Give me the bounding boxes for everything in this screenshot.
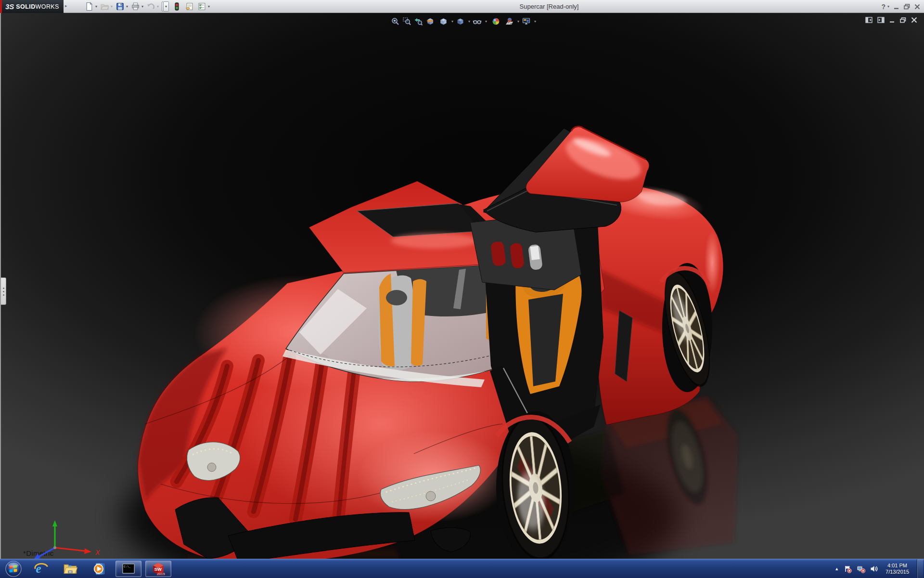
- document-window-controls: [865, 17, 917, 23]
- doc-close-icon[interactable]: [911, 17, 917, 23]
- view-settings-button[interactable]: [522, 17, 531, 26]
- reference-triad[interactable]: X: [29, 518, 106, 559]
- zoom-fit-icon: [391, 17, 400, 26]
- display-style-icon: [456, 17, 465, 26]
- apply-scene-icon: [505, 17, 514, 26]
- traffic-light-icon: [172, 2, 181, 11]
- hide-show-items-dropdown[interactable]: ▾: [485, 19, 487, 24]
- prompt-text: C:\_: [124, 565, 131, 568]
- ie-icon: e: [34, 562, 49, 576]
- windows-start-orb: [5, 560, 22, 578]
- view-cube-icon: [439, 17, 448, 26]
- taskbar-item-windows-explorer[interactable]: [56, 559, 85, 578]
- display-style-dropdown[interactable]: ▾: [468, 19, 470, 24]
- dassault-3ds-icon: 3S: [5, 2, 14, 11]
- y-axis-arrow: [52, 520, 57, 526]
- undo-arrow-icon: [146, 2, 155, 11]
- edit-appearance-button[interactable]: [491, 17, 500, 26]
- save-floppy-icon: [116, 2, 125, 11]
- collapse-arrow-icon: ◂: [2, 293, 4, 296]
- collapse-arrow-icon: ◂: [2, 287, 4, 289]
- menu-flyout-arrow-icon[interactable]: ▸: [65, 3, 67, 8]
- zoom-to-fit-button[interactable]: [391, 17, 400, 26]
- restore-icon[interactable]: [904, 4, 910, 10]
- open-button[interactable]: [100, 2, 109, 11]
- show-hidden-icons-button[interactable]: ▲: [834, 566, 839, 571]
- undo-button[interactable]: [146, 2, 155, 11]
- open-dropdown[interactable]: ▾: [111, 4, 113, 9]
- pane-toggle-right-icon[interactable]: [877, 17, 885, 23]
- previous-view-button[interactable]: [414, 17, 423, 26]
- view-orientation-button[interactable]: [439, 17, 448, 26]
- close-icon[interactable]: [914, 4, 920, 10]
- media-player-icon: [92, 562, 106, 576]
- volume-icon[interactable]: [870, 565, 879, 573]
- options-checklist-icon: [197, 2, 206, 11]
- taskbar-clock[interactable]: 4:01 PM 7/13/2015: [886, 563, 909, 575]
- network-error-icon[interactable]: [857, 565, 865, 573]
- graphics-viewport[interactable]: ▾ ▾ ▾ ▾ ▾ ◂ ◂ ◂ *Dimetric X: [0, 13, 924, 559]
- new-button[interactable]: [85, 2, 94, 11]
- viewport-3d-scene[interactable]: [1, 13, 924, 559]
- options-dropdown[interactable]: ▾: [208, 4, 210, 9]
- help-button[interactable]: ?: [881, 3, 886, 11]
- taskbar-item-internet-explorer[interactable]: e: [27, 559, 56, 578]
- apply-scene-dropdown[interactable]: ▾: [517, 19, 519, 24]
- taskbar-item-solidworks-2015[interactable]: SW 2015: [145, 561, 171, 577]
- taskbar-item-media-player[interactable]: [85, 559, 114, 578]
- section-view-button[interactable]: [425, 17, 435, 26]
- window-title: Supercar [Read-only]: [520, 3, 579, 10]
- doc-restore-icon[interactable]: [900, 17, 906, 23]
- pane-toggle-left-icon[interactable]: [865, 17, 873, 23]
- save-dropdown[interactable]: ▾: [126, 4, 128, 9]
- section-view-icon: [425, 17, 435, 26]
- new-document-icon: [85, 2, 94, 11]
- file-properties-button[interactable]: [185, 2, 194, 11]
- clock-date: 7/13/2015: [886, 569, 909, 575]
- select-dropdown[interactable]: ▾: [164, 1, 169, 12]
- x-axis-label: X: [95, 549, 100, 556]
- show-desktop-button[interactable]: [917, 559, 923, 578]
- appearance-sphere-icon: [491, 17, 500, 26]
- doc-minimize-icon[interactable]: [889, 17, 895, 23]
- standard-toolbar: ▾ ▾ ▾ ▾ ▾ ▾ ▾: [85, 1, 213, 12]
- featuremanager-collapsed-tab[interactable]: ◂ ◂ ◂: [1, 277, 6, 305]
- undo-dropdown[interactable]: ▾: [157, 4, 159, 9]
- sw-letters: SW: [154, 566, 162, 572]
- save-button[interactable]: [116, 2, 125, 11]
- print-dropdown[interactable]: ▾: [141, 4, 143, 9]
- clock-time: 4:01 PM: [886, 563, 909, 569]
- titlebar: 3S SOLIDWORKS ▸ ▾ ▾ ▾ ▾ ▾ ▾ ▾ Supercar […: [0, 0, 924, 13]
- sw-year: 2015: [157, 571, 165, 576]
- minimize-icon[interactable]: [894, 4, 899, 10]
- app-window-controls: ? ▾: [881, 0, 920, 13]
- zoom-area-icon: [402, 17, 411, 26]
- view-settings-monitor-icon: [522, 17, 531, 26]
- x-axis-arrow: [84, 549, 91, 554]
- solidworks-logo: 3S SOLIDWORKS: [2, 0, 64, 13]
- zoom-to-area-button[interactable]: [402, 17, 411, 26]
- taskbar-item-command-prompt[interactable]: C:\_: [116, 561, 141, 577]
- rebuild-button[interactable]: [172, 2, 181, 11]
- windows-taskbar: e C:\_ SW 201: [0, 559, 924, 578]
- note-hand-icon: [185, 2, 194, 11]
- start-button[interactable]: [0, 559, 27, 578]
- collapse-arrow-icon: ◂: [2, 290, 4, 293]
- print-button[interactable]: [131, 2, 140, 11]
- eyeglasses-icon: [473, 17, 482, 26]
- new-dropdown[interactable]: ▾: [95, 4, 97, 9]
- action-center-flag-icon[interactable]: [844, 565, 852, 573]
- view-settings-dropdown[interactable]: ▾: [534, 19, 536, 24]
- system-tray: ▲ 4:01 PM 7/13/2015: [834, 559, 924, 578]
- apply-scene-button[interactable]: [505, 17, 514, 26]
- view-orientation-dropdown[interactable]: ▾: [451, 19, 453, 24]
- solidworks-cube-icon: SW 2015: [151, 562, 166, 576]
- command-prompt-icon: C:\_: [121, 563, 136, 575]
- help-dropdown[interactable]: ▾: [887, 4, 889, 9]
- folder-icon: [63, 562, 77, 576]
- open-folder-icon: [100, 2, 109, 11]
- printer-icon: [131, 2, 140, 11]
- hide-show-items-button[interactable]: [473, 17, 482, 26]
- display-style-button[interactable]: [456, 17, 465, 26]
- options-button[interactable]: [197, 2, 206, 11]
